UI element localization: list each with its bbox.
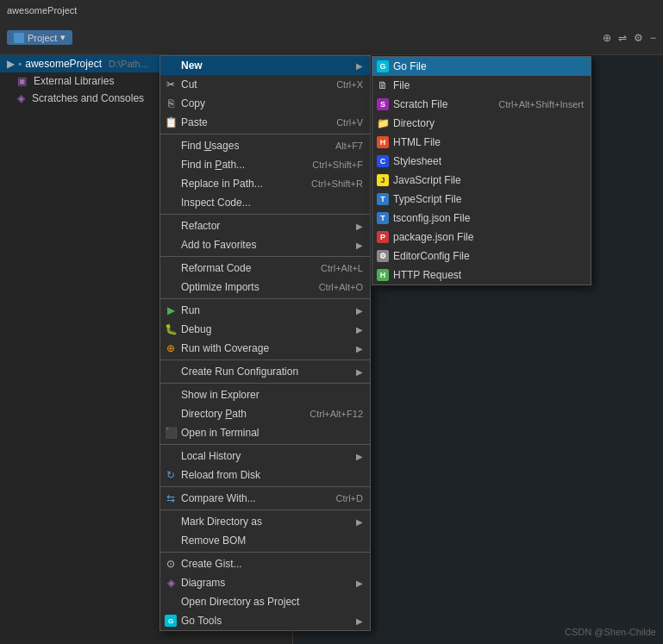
- html-file-label: HTML File: [393, 136, 441, 148]
- submenu-go-file[interactable]: G Go File: [372, 57, 591, 76]
- project-path: D:\Path...: [109, 59, 148, 69]
- file-icon: 🗎: [376, 78, 390, 92]
- menu-item-find-in-path[interactable]: Find in Path... Ctrl+Shift+F: [160, 155, 370, 174]
- menu-item-refactor[interactable]: Refactor ▶: [160, 216, 370, 235]
- separator-2: [160, 214, 370, 215]
- new-submenu: G Go File 🗎 File S Scratch File: [372, 56, 591, 285]
- submenu-scratch-file[interactable]: S Scratch File Ctrl+Alt+Shift+Insert: [372, 95, 591, 114]
- menu-item-remove-bom[interactable]: Remove BOM: [160, 531, 370, 550]
- separator-7: [160, 444, 370, 445]
- menu-item-add-to-favorites[interactable]: Add to Favorites ▶: [160, 235, 370, 254]
- mark-directory-arrow-icon: ▶: [356, 517, 363, 527]
- favorites-arrow-icon: ▶: [356, 241, 363, 250]
- menu-item-diagrams[interactable]: ◈ Diagrams ▶: [160, 573, 370, 592]
- directory-icon: 📁: [376, 116, 390, 130]
- menu-item-cut[interactable]: ✂ Cut Ctrl+X: [160, 75, 370, 94]
- equals-icon[interactable]: ⇌: [618, 32, 627, 44]
- toolbar: Project ▾ ⊕ ⇌ ⚙ −: [0, 21, 663, 55]
- reformat-code-label: Reformat Code: [181, 262, 251, 274]
- menu-item-new[interactable]: New ▶ G Go File 🗎 File: [160, 56, 370, 75]
- reload-from-disk-label: Reload from Disk: [181, 469, 260, 481]
- gear-icon[interactable]: ⚙: [634, 32, 643, 44]
- separator-3: [160, 256, 370, 257]
- menu-item-inspect-code[interactable]: Inspect Code...: [160, 193, 370, 212]
- submenu-typescript-file[interactable]: T TypeScript File: [372, 190, 591, 209]
- menu-item-open-in-terminal[interactable]: ⬛ Open in Terminal: [160, 423, 370, 442]
- title-bar: awesomeProject: [0, 0, 663, 21]
- submenu-package-json[interactable]: P package.json File: [372, 228, 591, 247]
- watermark: CSDN @Shen-Childe: [565, 627, 656, 637]
- menu-item-copy[interactable]: ⎘ Copy: [160, 94, 370, 113]
- menu-item-compare-with[interactable]: ⇆ Compare With... Ctrl+D: [160, 489, 370, 508]
- go-tools-arrow-icon: ▶: [356, 616, 363, 626]
- menu-item-reformat-code[interactable]: Reformat Code Ctrl+Alt+L: [160, 259, 370, 278]
- menu-item-run[interactable]: ▶ Run ▶: [160, 301, 370, 320]
- menu-item-create-gist[interactable]: ⊙ Create Gist...: [160, 554, 370, 573]
- menu-item-mark-directory-as[interactable]: Mark Directory as ▶: [160, 512, 370, 531]
- scratch-file-shortcut: Ctrl+Alt+Shift+Insert: [498, 99, 584, 109]
- menu-item-show-in-explorer[interactable]: Show in Explorer: [160, 385, 370, 404]
- menu-item-local-history[interactable]: Local History ▶: [160, 447, 370, 466]
- paste-icon: 📋: [164, 116, 178, 129]
- directory-path-shortcut: Ctrl+Alt+F12: [310, 409, 363, 419]
- menu-item-directory-path[interactable]: Directory Path Ctrl+Alt+F12: [160, 404, 370, 423]
- create-run-config-arrow-icon: ▶: [356, 367, 363, 377]
- menu-item-reload-from-disk[interactable]: ↻ Reload from Disk: [160, 466, 370, 485]
- file-label: File: [393, 79, 410, 91]
- open-directory-as-project-label: Open Directory as Project: [181, 596, 299, 608]
- menu-item-find-usages[interactable]: Find Usages Alt+F7: [160, 136, 370, 155]
- go-file-icon: G: [376, 59, 390, 73]
- menu-item-debug[interactable]: 🐛 Debug ▶: [160, 320, 370, 339]
- menu-item-run-coverage[interactable]: ⊕ Run with Coverage ▶: [160, 339, 370, 358]
- typescript-file-icon: T: [376, 192, 390, 206]
- separator-6: [160, 383, 370, 384]
- paste-shortcut: Ctrl+V: [336, 117, 363, 128]
- menu-item-create-run-config[interactable]: Create Run Configuration ▶: [160, 362, 370, 381]
- project-dropdown-icon: ▾: [60, 32, 66, 43]
- create-run-config-label: Create Run Configuration: [181, 366, 298, 378]
- submenu-html-file[interactable]: H HTML File: [372, 133, 591, 152]
- expand-icon: ▶: [7, 58, 15, 70]
- submenu-http-request[interactable]: H HTTP Request: [372, 266, 591, 284]
- submenu-file[interactable]: 🗎 File: [372, 76, 591, 95]
- submenu-directory[interactable]: 📁 Directory: [372, 114, 591, 133]
- debug-icon: 🐛: [164, 322, 178, 336]
- separator-5: [160, 360, 370, 360]
- package-json-label: package.json File: [393, 231, 473, 243]
- separator-9: [160, 510, 370, 510]
- inspect-code-label: Inspect Code...: [181, 197, 251, 209]
- scratches-icon: ◈: [17, 92, 25, 104]
- submenu-editorconfig[interactable]: ⚙ EditorConfig File: [372, 247, 591, 266]
- menu-item-replace-in-path[interactable]: Replace in Path... Ctrl+Shift+R: [160, 174, 370, 193]
- directory-label: Directory: [393, 117, 435, 129]
- menu-item-paste[interactable]: 📋 Paste Ctrl+V: [160, 113, 370, 132]
- copy-icon: ⎘: [164, 97, 178, 110]
- coverage-label: Run with Coverage: [181, 342, 269, 354]
- submenu-javascript-file[interactable]: J JavaScript File: [372, 171, 591, 190]
- minimize-icon[interactable]: −: [650, 32, 656, 44]
- javascript-file-label: JavaScript File: [393, 174, 461, 186]
- find-in-path-shortcut: Ctrl+Shift+F: [312, 159, 363, 170]
- submenu-stylesheet[interactable]: C Stylesheet: [372, 152, 591, 171]
- debug-arrow-icon: ▶: [356, 325, 363, 335]
- menu-item-go-tools[interactable]: G Go Tools ▶: [160, 611, 370, 630]
- watermark-text: CSDN @Shen-Childe: [565, 627, 656, 637]
- show-in-explorer-label: Show in Explorer: [181, 389, 260, 401]
- add-icon[interactable]: ⊕: [603, 32, 611, 44]
- directory-path-label: Directory Path: [181, 408, 247, 420]
- project-selector[interactable]: Project ▾: [7, 30, 72, 45]
- compare-icon: ⇆: [164, 491, 178, 505]
- compare-with-shortcut: Ctrl+D: [336, 493, 363, 503]
- debug-label: Debug: [181, 323, 211, 335]
- reload-icon: ↻: [164, 468, 178, 482]
- package-json-icon: P: [376, 230, 390, 244]
- find-in-path-label: Find in Path...: [181, 159, 245, 171]
- title-text: awesomeProject: [7, 5, 77, 16]
- scratches-label: Scratches and Consoles: [32, 92, 144, 104]
- external-lib-label: External Libraries: [34, 75, 114, 87]
- submenu-tsconfig[interactable]: T tsconfig.json File: [372, 209, 591, 228]
- menu-item-optimize-imports[interactable]: Optimize Imports Ctrl+Alt+O: [160, 278, 370, 297]
- toolbar-icons: ⊕ ⇌ ⚙ −: [603, 32, 656, 44]
- run-arrow-icon: ▶: [356, 306, 363, 316]
- menu-item-open-directory-as-project[interactable]: Open Directory as Project: [160, 592, 370, 611]
